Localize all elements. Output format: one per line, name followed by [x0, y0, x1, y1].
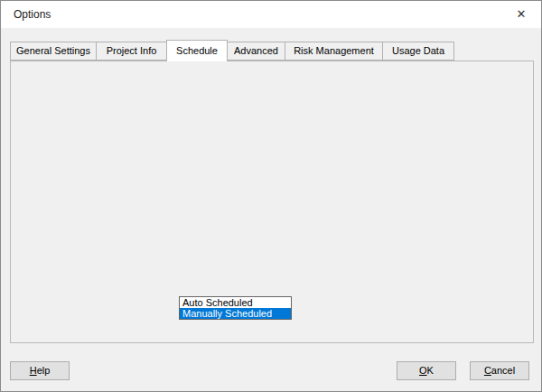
close-icon[interactable]: ✕ [512, 6, 530, 23]
dropdown-option-auto-scheduled[interactable]: Auto Scheduled [180, 297, 291, 308]
title-bar: Options ✕ [1, 1, 541, 28]
tab-project-info[interactable]: Project Info [96, 42, 167, 61]
new-tasks-created-dropdown-list: Auto Scheduled Manually Scheduled [179, 296, 292, 320]
options-dialog: Options ✕ General Settings Project Info … [0, 0, 542, 392]
tab-risk-management[interactable]: Risk Management [285, 42, 383, 61]
tab-general-settings[interactable]: General Settings [10, 42, 97, 61]
tab-schedule[interactable]: Schedule [166, 40, 228, 61]
tab-advanced[interactable]: Advanced [227, 42, 285, 61]
tab-usage-data[interactable]: Usage Data [382, 42, 454, 61]
tab-strip: General Settings Project Info Schedule A… [10, 40, 454, 61]
dropdown-option-manually-scheduled[interactable]: Manually Scheduled [180, 308, 291, 319]
dialog-title: Options [14, 1, 51, 28]
ok-button[interactable]: OK [397, 361, 456, 380]
help-button[interactable]: Help [10, 361, 70, 380]
cancel-button[interactable]: Cancel [470, 361, 529, 380]
